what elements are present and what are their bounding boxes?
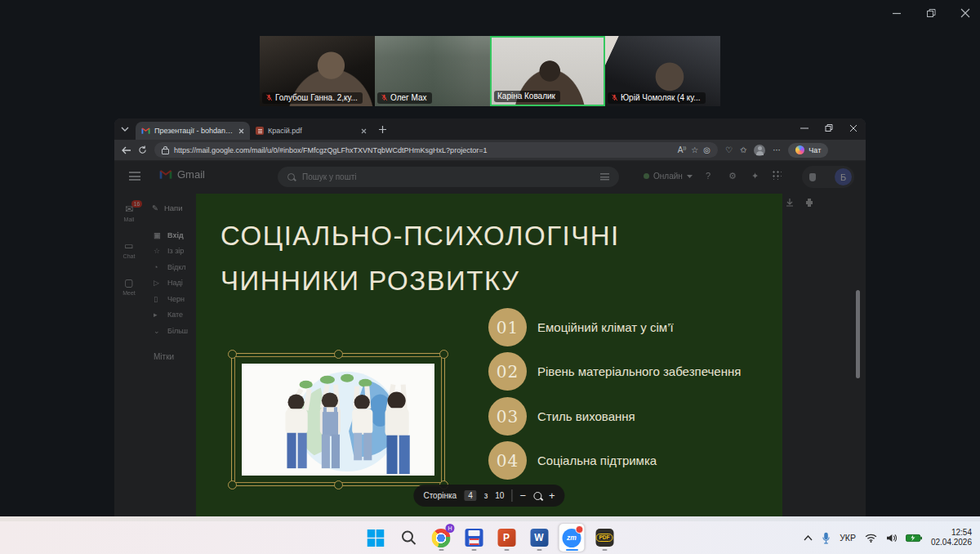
search-icon[interactable] bbox=[287, 173, 295, 181]
sidebar-item-drafts[interactable]: ▯Черн bbox=[144, 291, 196, 307]
sidebar-item-starred[interactable]: ☆Із зір bbox=[144, 243, 196, 260]
word-icon: W bbox=[530, 529, 548, 547]
sidebar-item-sent[interactable]: ▷Наді bbox=[144, 275, 196, 292]
gemini-icon[interactable]: ✦ bbox=[751, 171, 759, 181]
pdf-app-icon: PDF bbox=[595, 529, 613, 547]
tab-title: Презентації - bohdan.krasii.22@p bbox=[154, 127, 234, 135]
video-tile-active-speaker[interactable]: Каріна Ковалик bbox=[490, 36, 605, 106]
language-indicator[interactable]: УКР bbox=[840, 533, 856, 543]
chevron-down-icon: ⌄ bbox=[154, 327, 162, 335]
rail-item-meet[interactable]: ▢ Meet bbox=[114, 277, 144, 296]
tray-chevron-up-icon[interactable] bbox=[804, 535, 813, 541]
taskbar-pdf-button[interactable]: PDF bbox=[592, 524, 617, 552]
restore-icon[interactable] bbox=[825, 124, 833, 132]
tab-close-icon[interactable] bbox=[361, 128, 367, 134]
pdf-viewer-actions bbox=[786, 199, 813, 207]
new-tab-button[interactable] bbox=[372, 119, 392, 139]
close-icon[interactable] bbox=[849, 124, 858, 132]
org-badge-icon bbox=[809, 173, 816, 181]
list-item: Стиль виховання bbox=[537, 409, 635, 423]
clock-icon: ◔ bbox=[154, 263, 162, 271]
restore-icon[interactable] bbox=[926, 8, 936, 18]
video-tile[interactable]: Олег Мах bbox=[375, 36, 490, 106]
send-icon: ▷ bbox=[154, 279, 162, 287]
taskbar-search-button[interactable] bbox=[396, 524, 421, 552]
back-icon[interactable] bbox=[122, 146, 131, 154]
sidebar-item-more[interactable]: ⌄Більш bbox=[144, 323, 196, 339]
sidebar-item-inbox[interactable]: ▣Вхід bbox=[144, 227, 196, 243]
account-profile[interactable]: Б bbox=[802, 166, 854, 188]
minimize-icon[interactable] bbox=[892, 8, 902, 18]
start-button[interactable] bbox=[363, 524, 389, 552]
microphone-icon[interactable] bbox=[822, 532, 831, 544]
url-text[interactable]: https://mail.google.com/mail/u/0/#inbox/… bbox=[174, 146, 673, 154]
gmail-left-rail: ✉16 Mail ▭ Chat ▢ Meet bbox=[114, 192, 144, 516]
taskbar-clock[interactable]: 12:54 02.04.2026 bbox=[931, 528, 972, 548]
taskbar-powerpoint-button[interactable]: P bbox=[494, 524, 519, 552]
decorative-gold-frame bbox=[231, 353, 445, 486]
current-page-input[interactable]: 4 bbox=[464, 490, 477, 501]
zoom-in-button[interactable]: + bbox=[549, 490, 555, 501]
tab-pdf[interactable]: Красій.pdf bbox=[250, 122, 372, 140]
zoom-reset-icon[interactable] bbox=[533, 492, 541, 500]
settings-gear-icon[interactable]: ⚙ bbox=[728, 171, 737, 181]
mic-muted-icon bbox=[611, 94, 618, 101]
avatar[interactable]: Б bbox=[835, 168, 852, 185]
windows-logo-icon bbox=[368, 529, 385, 547]
taskbar-word-button[interactable]: W bbox=[527, 524, 552, 552]
participant-name: Юрій Чомоляк (4 ку... bbox=[621, 93, 701, 102]
total-pages: 10 bbox=[495, 491, 504, 500]
slide-title: СОЦІАЛЬНО-ПСИХОЛОГІЧНІ ЧИННИКИ РОЗВИТКУ bbox=[220, 213, 620, 303]
unread-badge: 16 bbox=[131, 200, 142, 208]
help-icon[interactable]: ? bbox=[706, 171, 710, 181]
tab-close-icon[interactable] bbox=[238, 128, 244, 134]
tab-gmail[interactable]: Презентації - bohdan.krasii.22@p bbox=[136, 122, 250, 140]
wifi-icon[interactable] bbox=[865, 534, 877, 543]
children-globe-photo bbox=[242, 364, 434, 476]
rail-item-mail[interactable]: ✉16 Mail bbox=[114, 203, 144, 222]
print-icon[interactable] bbox=[805, 199, 813, 207]
compose-button[interactable]: ✎ Напи bbox=[152, 203, 196, 212]
download-icon[interactable] bbox=[786, 199, 794, 207]
browser-essentials-icon[interactable]: ♡ bbox=[725, 146, 733, 154]
battery-charging-icon[interactable] bbox=[906, 534, 922, 543]
immersive-reader-icon[interactable]: ◎ bbox=[703, 146, 710, 154]
copilot-chat-button[interactable]: Чат bbox=[788, 143, 828, 158]
chat-status-selector[interactable]: Онлайн bbox=[644, 172, 693, 181]
document-icon: ▯ bbox=[154, 295, 162, 303]
profile-avatar-icon[interactable] bbox=[754, 145, 765, 156]
minimize-icon[interactable] bbox=[800, 124, 808, 132]
copilot-icon bbox=[795, 145, 804, 154]
browser-toolbar: https://mail.google.com/mail/u/0/#inbox/… bbox=[114, 140, 866, 161]
hamburger-menu-icon[interactable] bbox=[129, 172, 140, 181]
gmail-search-bar[interactable]: Пошук у пошті bbox=[278, 167, 619, 187]
tab-search-icon[interactable] bbox=[114, 118, 136, 140]
search-options-icon[interactable] bbox=[600, 173, 609, 181]
list-number-badge: 04 bbox=[488, 441, 527, 480]
video-tile[interactable]: Юрій Чомоляк (4 ку... bbox=[605, 36, 720, 106]
address-bar[interactable]: https://mail.google.com/mail/u/0/#inbox/… bbox=[154, 142, 718, 158]
favorites-star-icon[interactable]: ☆ bbox=[691, 146, 698, 154]
zoom-out-button[interactable]: − bbox=[519, 490, 526, 501]
participant-nametag: Олег Мах bbox=[377, 92, 432, 104]
rail-item-chat[interactable]: ▭ Chat bbox=[114, 240, 144, 259]
taskbar-chrome-button[interactable]: H bbox=[429, 524, 454, 552]
more-menu-icon[interactable]: ⋯ bbox=[773, 146, 781, 154]
star-icon: ☆ bbox=[154, 247, 162, 255]
notification-dot bbox=[576, 525, 584, 534]
lock-icon[interactable] bbox=[162, 149, 169, 154]
taskbar-save-app-button[interactable] bbox=[461, 524, 487, 552]
sidebar-item-categories[interactable]: ▸Кате bbox=[144, 307, 196, 324]
apps-grid-icon[interactable] bbox=[773, 171, 782, 180]
taskbar-zoom-button[interactable]: zm bbox=[559, 524, 585, 552]
pdf-slide-page: СОЦІАЛЬНО-ПСИХОЛОГІЧНІ ЧИННИКИ РОЗВИТКУ … bbox=[196, 194, 782, 516]
close-icon[interactable] bbox=[960, 8, 970, 18]
refresh-icon[interactable] bbox=[138, 145, 147, 154]
video-tile[interactable]: Голубош Ганна. 2,ку... bbox=[260, 36, 375, 106]
scrollbar-thumb[interactable] bbox=[856, 290, 860, 378]
read-aloud-icon[interactable]: A)) bbox=[678, 145, 687, 154]
sidebar-item-snoozed[interactable]: ◔Відкл bbox=[144, 259, 196, 275]
speaker-icon[interactable] bbox=[886, 534, 897, 543]
browser-tab-strip: Презентації - bohdan.krasii.22@p Красій.… bbox=[114, 118, 866, 140]
collections-icon[interactable]: ✩ bbox=[740, 146, 746, 154]
